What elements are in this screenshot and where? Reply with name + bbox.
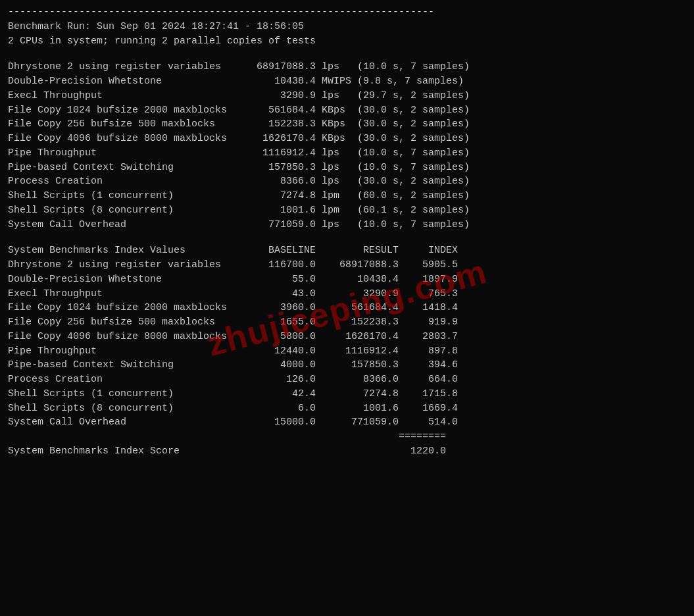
score-line: System Benchmarks Index Score 1220.0: [8, 444, 686, 459]
result-row: Dhrystone 2 using register variables 689…: [8, 60, 686, 74]
terminal-output: ----------------------------------------…: [8, 5, 686, 459]
cpus-line: 2 CPUs in system; running 2 parallel cop…: [8, 34, 686, 49]
index-header: System Benchmarks Index Values BASELINE …: [8, 244, 686, 258]
equals-line: ========: [8, 430, 686, 444]
result-row: File Copy 4096 bufsize 8000 maxblocks 16…: [8, 132, 686, 146]
result-row: Shell Scripts (1 concurrent) 7274.8 lpm …: [8, 189, 686, 203]
result-row: Pipe-based Context Switching 157850.3 lp…: [8, 161, 686, 175]
index-row: Double-Precision Whetstone 55.0 10438.4 …: [8, 272, 686, 287]
index-row: Shell Scripts (1 concurrent) 42.4 7274.8…: [8, 387, 686, 401]
index-row: Pipe-based Context Switching 4000.0 1578…: [8, 358, 686, 372]
index-row: Pipe Throughput 12440.0 1116912.4 897.8: [8, 344, 686, 359]
results-section: Dhrystone 2 using register variables 689…: [8, 60, 686, 232]
result-row: Pipe Throughput 1116912.4 lps (10.0 s, 7…: [8, 146, 686, 161]
index-row: System Call Overhead 15000.0 771059.0 51…: [8, 415, 686, 430]
index-row: Shell Scripts (8 concurrent) 6.0 1001.6 …: [8, 401, 686, 416]
result-row: File Copy 256 bufsize 500 maxblocks 1522…: [8, 117, 686, 132]
result-row: Execl Throughput 3290.9 lps (29.7 s, 2 s…: [8, 89, 686, 103]
index-row: File Copy 1024 bufsize 2000 maxblocks 39…: [8, 301, 686, 315]
index-section: System Benchmarks Index Values BASELINE …: [8, 244, 686, 430]
result-row: Process Creation 8366.0 lps (30.0 s, 2 s…: [8, 174, 686, 189]
index-row: Dhrystone 2 using register variables 116…: [8, 258, 686, 272]
index-row: Process Creation 126.0 8366.0 664.0: [8, 372, 686, 387]
index-row: Execl Throughput 43.0 3290.9 765.3: [8, 287, 686, 301]
benchmark-run-line: Benchmark Run: Sun Sep 01 2024 18:27:41 …: [8, 20, 686, 34]
index-row: File Copy 4096 bufsize 8000 maxblocks 58…: [8, 330, 686, 344]
index-row: File Copy 256 bufsize 500 maxblocks 1655…: [8, 315, 686, 330]
result-row: File Copy 1024 bufsize 2000 maxblocks 56…: [8, 103, 686, 118]
result-row: Shell Scripts (8 concurrent) 1001.6 lpm …: [8, 203, 686, 218]
result-row: Double-Precision Whetstone 10438.4 MWIPS…: [8, 74, 686, 89]
result-row: System Call Overhead 771059.0 lps (10.0 …: [8, 218, 686, 232]
separator-line: ----------------------------------------…: [8, 5, 686, 20]
